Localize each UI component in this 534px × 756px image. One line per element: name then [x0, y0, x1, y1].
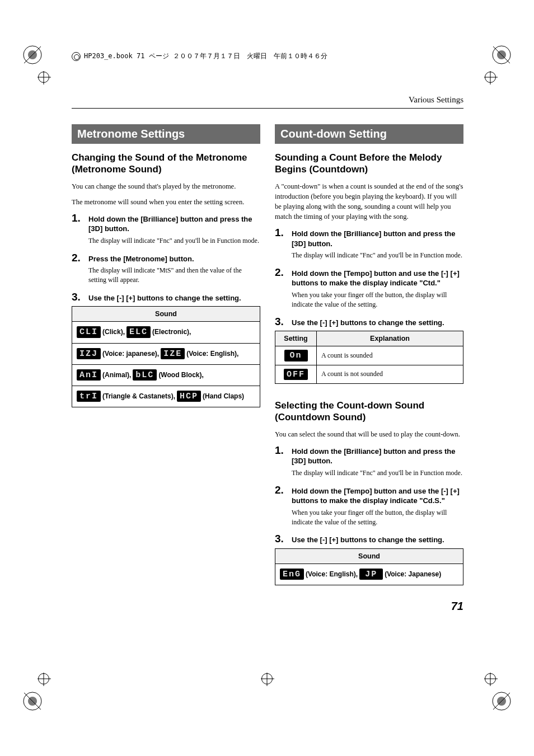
step-note: The display will indicate "Fnc" and you'…: [292, 468, 463, 478]
step-1: 1. Hold down the [Brilliance] button and…: [275, 445, 463, 466]
step-note: The display will indicate "Fnc" and you'…: [88, 236, 260, 246]
step-2: 2. Hold down the [Tempo] button and use …: [275, 485, 463, 506]
subhead-metronome-sound: Changing the Sound of the Metronome (Met…: [72, 152, 260, 176]
print-header-text: HP203_e.book 71 ページ ２００７年７月１７日 火曜日 午前１０時…: [84, 51, 327, 61]
table-row: On A count is sounded: [275, 346, 463, 365]
lcd-code: HCP: [177, 391, 201, 402]
step-number: 2.: [275, 485, 287, 495]
step-2: 2. Hold down the [Tempo] button and use …: [275, 267, 463, 288]
lcd-code: IZJ: [77, 348, 101, 360]
print-corner-icon: [21, 44, 44, 66]
step-instruction: Hold down the [Tempo] button and use the…: [292, 486, 463, 506]
sound-label: (Wood Block),: [158, 371, 203, 379]
left-column: Metronome Settings Changing the Sound of…: [72, 124, 260, 613]
page-number: 71: [275, 600, 463, 613]
countdown-table: Setting Explanation On A count is sounde…: [275, 331, 463, 384]
step-note: When you take your finger off the button…: [292, 290, 463, 309]
sound-row: IZJ (Voice: japanese), IZE (Voice: Engli…: [72, 343, 260, 364]
section-title-countdown: Count-down Setting: [275, 124, 463, 144]
step-number: 1.: [275, 227, 287, 238]
step-instruction: Hold down the [Brilliance] button and pr…: [292, 229, 463, 248]
step-note: When you take your finger off the button…: [292, 508, 463, 527]
step-3: 3. Use the [-] [+] buttons to change the…: [275, 533, 463, 545]
table-row: OFF A count is not sounded: [275, 365, 463, 384]
print-corner-icon: [21, 690, 44, 712]
sound-label: (Electronic),: [152, 328, 191, 336]
registration-mark: [38, 673, 49, 684]
running-head: Various Settings: [72, 95, 463, 109]
step-instruction: Hold down the [Tempo] button and use the…: [292, 269, 463, 288]
table-cell: A count is sounded: [317, 346, 463, 365]
step-note: The display will indicate "Fnc" and you'…: [292, 251, 463, 260]
sound-label: (Voice: Japanese): [385, 570, 441, 578]
lcd-code: AnI: [77, 369, 101, 381]
intro-text: You can select the sound that will be us…: [275, 429, 463, 439]
step-number: 3.: [72, 292, 84, 302]
lcd-code: bLC: [133, 369, 157, 381]
step-instruction: Use the [-] [+] buttons to change the se…: [88, 293, 241, 303]
print-header: HP203_e.book 71 ページ ２００７年７月１７日 火曜日 午前１０時…: [72, 51, 327, 61]
step-2: 2. Press the [Metronome] button.: [72, 252, 260, 264]
lcd-code: JP: [359, 569, 383, 580]
step-number: 3.: [275, 316, 287, 327]
table-header-setting: Setting: [275, 331, 317, 346]
step-instruction: Hold down the [Brilliance] button and pr…: [292, 447, 463, 466]
lcd-code: ELC: [127, 326, 151, 338]
sound-label: (Hand Claps): [203, 392, 244, 400]
registration-mark: [485, 72, 496, 83]
registration-mark: [261, 673, 273, 684]
table-cell: A count is not sounded: [317, 365, 463, 384]
step-instruction: Press the [Metronome] button.: [88, 254, 194, 264]
lcd-code: trI: [77, 391, 101, 402]
intro-text: The metronome will sound when you enter …: [72, 197, 260, 207]
step-1: 1. Hold down the [Brilliance] button and…: [275, 227, 463, 248]
step-number: 1.: [275, 445, 287, 456]
intro-text: You can change the sound that's played b…: [72, 181, 260, 191]
sound-label: (Triangle & Castanets),: [102, 392, 175, 400]
sound-label: (Animal),: [102, 371, 131, 379]
print-corner-icon: [490, 44, 513, 66]
lcd-code: CLI: [77, 326, 101, 338]
intro-text: A "count-down" is when a count is sounde…: [275, 181, 463, 222]
sound-label: (Voice: japanese),: [102, 350, 159, 358]
step-instruction: Use the [-] [+] buttons to change the se…: [292, 535, 444, 545]
registration-mark: [485, 673, 496, 684]
step-instruction: Hold down the [Brilliance] button and pr…: [88, 214, 260, 234]
print-corner-icon: [490, 690, 513, 712]
subhead-countdown: Sounding a Count Before the Melody Begin…: [275, 152, 463, 176]
registration-mark: [38, 72, 49, 83]
step-note: The display will indicate "MtS" and then…: [88, 266, 260, 285]
lcd-code: IZE: [161, 348, 185, 360]
step-instruction: Use the [-] [+] buttons to change the se…: [292, 318, 444, 328]
subhead-countdown-sound: Selecting the Count-down Sound (Countdow…: [275, 400, 463, 424]
sound-table-header: Sound: [72, 307, 260, 322]
sound-label: (Voice: English),: [306, 570, 358, 578]
lcd-code: OFF: [284, 369, 308, 381]
sound-label: (Voice: English),: [186, 350, 238, 358]
sound-row: EnG (Voice: English), JP (Voice: Japanes…: [275, 564, 463, 585]
step-1: 1. Hold down the [Brilliance] button and…: [72, 213, 260, 234]
sound-table: Sound CLI (Click), ELC (Electronic), IZJ…: [72, 306, 260, 407]
step-number: 1.: [72, 213, 84, 223]
lcd-code: On: [284, 350, 308, 361]
sound-row: trI (Triangle & Castanets), HCP (Hand Cl…: [72, 386, 260, 407]
section-title-metronome: Metronome Settings: [72, 124, 260, 144]
step-number: 2.: [275, 267, 287, 278]
step-number: 2.: [72, 252, 84, 263]
step-3: 3. Use the [-] [+] buttons to change the…: [275, 316, 463, 328]
ring-icon: [72, 52, 81, 61]
sound-table-header: Sound: [275, 548, 463, 564]
right-column: Count-down Setting Sounding a Count Befo…: [275, 124, 463, 613]
step-number: 3.: [275, 533, 287, 544]
lcd-code: EnG: [280, 569, 304, 580]
sound-row: CLI (Click), ELC (Electronic),: [72, 322, 260, 343]
step-3: 3. Use the [-] [+] buttons to change the…: [72, 292, 260, 303]
countdown-sound-table: Sound EnG (Voice: English), JP (Voice: J…: [275, 548, 463, 585]
sound-label: (Click),: [102, 328, 125, 336]
sound-row: AnI (Animal), bLC (Wood Block),: [72, 364, 260, 386]
table-header-explanation: Explanation: [317, 331, 463, 346]
